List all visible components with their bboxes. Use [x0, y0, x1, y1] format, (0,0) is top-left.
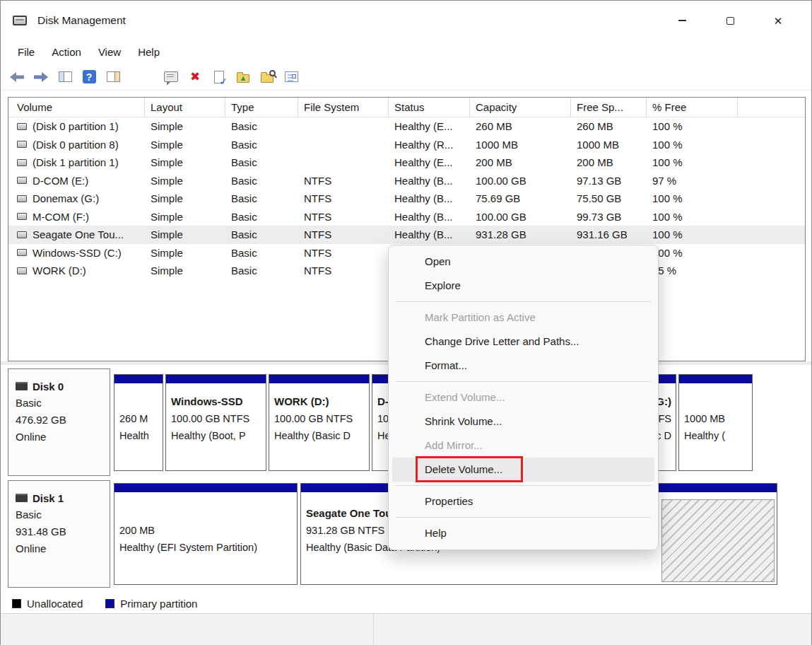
context-menu-item-properties[interactable]: Properties	[392, 489, 654, 513]
disk-title: Disk 0	[16, 378, 102, 395]
volume-name: (Disk 1 partition 1)	[33, 156, 119, 168]
drive-icon	[17, 123, 27, 130]
menu-view[interactable]: View	[90, 42, 129, 62]
cell-type: Basic	[225, 136, 298, 154]
up-arrow-icon: ▲	[237, 74, 249, 82]
cell-volume: (Disk 0 partition 8)	[8, 136, 145, 154]
volume-row-disk-0-partition-8[interactable]: (Disk 0 partition 8)SimpleBasicHealthy (…	[8, 136, 805, 154]
legend-item-unallocated: Unallocated	[8, 598, 83, 610]
context-menu-item-explore[interactable]: Explore	[392, 274, 654, 298]
cell-layout: Simple	[145, 190, 225, 208]
cell-status: Healthy (B...	[389, 208, 470, 226]
search-folder-icon	[261, 74, 273, 83]
cell-type: Basic	[225, 153, 298, 172]
menu-item-label: Delete Volume...	[425, 463, 502, 475]
column-header-file-system[interactable]: File System	[298, 98, 389, 117]
cell-pct: 100 %	[647, 153, 738, 172]
legend-swatch	[12, 599, 21, 608]
partition-size: 100.00 GB NTFS	[171, 410, 261, 427]
volume-row-d-com-e[interactable]: D-COM (E:)SimpleBasicNTFSHealthy (B...10…	[8, 172, 805, 190]
column-header-type[interactable]: Type	[225, 98, 298, 117]
partition-color-bar	[166, 375, 266, 383]
volume-name: Seagate One Tou...	[33, 228, 124, 240]
search-folder-button[interactable]	[258, 68, 276, 86]
column-header-layout[interactable]: Layout	[145, 98, 225, 117]
dialog-button[interactable]	[162, 68, 180, 86]
back-icon	[10, 72, 24, 82]
volume-row-m-com-f[interactable]: M-COM (F:)SimpleBasicNTFSHealthy (B...10…	[8, 208, 805, 226]
cell-layout: Simple	[145, 208, 225, 226]
cell-volume: Seagate One Tou...	[8, 226, 145, 244]
volume-row-disk-1-partition-1[interactable]: (Disk 1 partition 1)SimpleBasicHealthy (…	[8, 153, 805, 172]
cell-pct: 100 %	[647, 208, 738, 226]
context-menu-item-help[interactable]: Help	[392, 521, 654, 545]
cell-fs: NTFS	[298, 190, 389, 208]
legend-label: Unallocated	[27, 598, 83, 610]
partition-name	[119, 393, 158, 410]
context-menu-item-open[interactable]: Open	[392, 250, 654, 274]
upload-folder-button[interactable]: ▲	[234, 68, 252, 86]
menu-help[interactable]: Help	[129, 42, 168, 62]
menu-separator	[396, 482, 651, 489]
drive-icon	[17, 177, 27, 184]
maximize-icon	[726, 17, 734, 25]
check-document-button[interactable]: ✓	[210, 68, 228, 86]
volume-row-donemax-g[interactable]: Donemax (G:)SimpleBasicNTFSHealthy (B...…	[8, 190, 805, 208]
volume-name: Windows-SSD (C:)	[33, 247, 122, 259]
column-header-capacity[interactable]: Capacity	[470, 98, 571, 117]
volume-row-disk-0-partition-1[interactable]: (Disk 0 partition 1)SimpleBasicHealthy (…	[8, 117, 805, 136]
cell-volume: Donemax (G:)	[8, 190, 145, 208]
partition-status: Healthy (Basic D	[274, 427, 364, 444]
cell-volume: M-COM (F:)	[8, 208, 145, 226]
magnifier-icon	[269, 70, 276, 76]
disk-icon	[16, 494, 28, 502]
console-tree-button[interactable]	[56, 68, 74, 86]
partition-box[interactable]: 200 MBHealthy (EFI System Partition)	[114, 483, 298, 585]
partition-color-bar	[114, 375, 163, 383]
cell-fs	[298, 117, 389, 136]
help-icon: ?	[83, 70, 96, 83]
partition-color-bar	[269, 375, 369, 383]
disk-management-window: Disk Management ✕ FileActionViewHelp ? ✖…	[0, 0, 812, 645]
context-menu-item-format[interactable]: Format...	[392, 354, 654, 378]
disk-name: Disk 1	[33, 492, 64, 504]
forward-button[interactable]	[32, 68, 50, 86]
partition-name: Windows-SSD	[171, 393, 261, 410]
partition-box[interactable]: 1000 MBHealthy (	[678, 374, 753, 471]
maximize-button[interactable]	[714, 8, 746, 33]
column-header-free[interactable]: % Free	[647, 98, 738, 117]
help-button[interactable]: ?	[80, 68, 98, 86]
minimize-button[interactable]	[666, 8, 698, 33]
back-button[interactable]	[8, 68, 26, 86]
cell-status: Healthy (B...	[389, 172, 470, 190]
column-header-volume[interactable]: Volume	[8, 98, 145, 117]
partition-box[interactable]: Windows-SSD100.00 GB NTFSHealthy (Boot, …	[165, 374, 266, 471]
cell-layout: Simple	[145, 226, 225, 244]
partition-status: Healthy (Boot, P	[171, 427, 261, 444]
menu-action[interactable]: Action	[43, 42, 90, 62]
form-button[interactable]	[282, 68, 300, 86]
menu-file[interactable]: File	[9, 42, 43, 62]
column-header-status[interactable]: Status	[389, 98, 470, 117]
close-button[interactable]: ✕	[762, 8, 794, 33]
delete-button[interactable]: ✖	[186, 68, 204, 86]
volume-row-seagate-one-tou[interactable]: Seagate One Tou...SimpleBasicNTFSHealthy…	[8, 226, 805, 244]
volume-name: Donemax (G:)	[33, 192, 99, 204]
disk-label: Disk 0Basic476.92 GBOnline	[8, 368, 110, 476]
partition-info: WORK (D:)100.00 GB NTFSHealthy (Basic D	[269, 383, 369, 444]
partition-box[interactable]: WORK (D:)100.00 GB NTFSHealthy (Basic D	[269, 374, 370, 471]
cell-volume: D-COM (E:)	[8, 172, 145, 190]
context-menu-item-delete-volume[interactable]: Delete Volume...	[392, 458, 654, 482]
context-menu-item-shrink-volume[interactable]: Shrink Volume...	[392, 409, 654, 434]
legend-item-primary-partition: Primary partition	[101, 598, 197, 610]
column-header-free-sp[interactable]: Free Sp...	[571, 98, 647, 117]
partition-box[interactable]: 260 MHealth	[114, 374, 163, 471]
disk-type: Basic	[16, 506, 102, 523]
cell-capacity: 200 MB	[470, 153, 571, 172]
menu-item-label: Open	[425, 255, 451, 267]
cell-layout: Simple	[145, 136, 225, 154]
context-menu-item-change-drive-letter-and-paths[interactable]: Change Drive Letter and Paths...	[392, 330, 654, 354]
action-pane-button[interactable]	[104, 68, 122, 86]
disk-label: Disk 1Basic931.48 GBOnline	[8, 480, 110, 588]
disk-size: 931.48 GB	[16, 523, 102, 540]
